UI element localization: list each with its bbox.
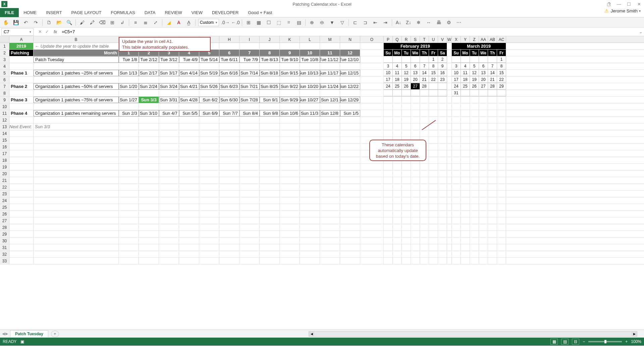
cell[interactable]	[280, 191, 300, 197]
cell[interactable]	[34, 117, 119, 123]
clear-filter-icon[interactable]: ▽	[338, 19, 346, 26]
cell[interactable]	[470, 251, 479, 257]
cal-cell[interactable]	[393, 56, 402, 63]
cell[interactable]	[411, 164, 420, 170]
cell[interactable]	[199, 231, 219, 237]
cell[interactable]	[438, 217, 447, 224]
close-icon[interactable]: ✕	[634, 0, 644, 8]
cell[interactable]	[461, 191, 470, 197]
cell[interactable]	[340, 157, 360, 163]
cell[interactable]	[447, 150, 452, 157]
cell-date[interactable]: Sun 10/6	[280, 110, 300, 116]
cell[interactable]	[452, 184, 461, 190]
cell[interactable]	[393, 170, 402, 177]
cell[interactable]	[402, 244, 411, 251]
cell-phase-label[interactable]	[9, 56, 34, 63]
cell-date[interactable]: Sun 8/25	[260, 83, 280, 90]
cell[interactable]	[300, 123, 320, 130]
cell[interactable]	[139, 170, 159, 177]
row-header-28[interactable]: 28	[0, 224, 9, 231]
cell[interactable]	[34, 251, 119, 257]
cell[interactable]	[219, 258, 239, 264]
cell[interactable]	[447, 217, 452, 224]
cell[interactable]	[429, 224, 438, 231]
border-icon[interactable]: ⊞	[245, 19, 252, 26]
cell[interactable]	[239, 103, 260, 110]
cell[interactable]	[393, 130, 402, 137]
cell[interactable]	[34, 258, 119, 264]
cell[interactable]	[420, 197, 429, 204]
col-header-AA[interactable]: AA	[479, 36, 488, 43]
cell-date[interactable]: Sun 12/15	[340, 70, 360, 76]
cell[interactable]	[429, 164, 438, 170]
cal-cell[interactable]: 24	[384, 83, 393, 90]
cell[interactable]	[219, 170, 239, 177]
cell[interactable]	[360, 231, 384, 237]
cal-cell[interactable]: 14	[420, 70, 429, 76]
cell[interactable]	[402, 123, 411, 130]
cell[interactable]	[139, 130, 159, 137]
cell-date[interactable]: Sun 8/18	[260, 70, 280, 76]
border-style-icon[interactable]: ⌗	[285, 19, 292, 26]
row-header-17[interactable]: 17	[0, 150, 9, 157]
cell[interactable]	[300, 43, 320, 49]
cell[interactable]	[280, 43, 300, 49]
cell-date[interactable]: Sun 2/17	[139, 70, 159, 76]
cell[interactable]	[447, 244, 452, 251]
cal-cell[interactable]: 5	[402, 63, 411, 69]
cell[interactable]	[9, 197, 34, 204]
row-header-8[interactable]: 8	[0, 90, 9, 96]
cell[interactable]	[452, 251, 461, 257]
cell[interactable]	[34, 231, 119, 237]
col-header-Q[interactable]: Q	[393, 36, 402, 43]
cell[interactable]	[429, 258, 438, 264]
cell[interactable]	[402, 110, 411, 116]
number-format-dropdown[interactable]: Custom	[198, 19, 219, 26]
cell[interactable]	[34, 211, 119, 217]
user-account[interactable]: ⚠ Jerome Smith	[604, 8, 641, 13]
cell[interactable]	[360, 50, 384, 56]
cell[interactable]	[219, 204, 239, 210]
cal-cell[interactable]: 5	[470, 63, 479, 69]
brush-icon[interactable]: 🖍	[89, 19, 96, 26]
cell[interactable]	[393, 164, 402, 170]
cell[interactable]	[470, 103, 479, 110]
cell[interactable]	[239, 150, 260, 157]
cell[interactable]	[34, 157, 119, 163]
cell-date[interactable]: Sun 6/23	[219, 83, 239, 90]
cell[interactable]	[320, 164, 340, 170]
cell[interactable]	[488, 231, 497, 237]
cell[interactable]	[497, 177, 506, 184]
cell[interactable]	[139, 103, 159, 110]
cell[interactable]	[384, 184, 393, 190]
row-header-9[interactable]: 9	[0, 97, 9, 103]
cal-cell[interactable]: 26	[402, 83, 411, 90]
cell[interactable]	[320, 224, 340, 231]
cell[interactable]	[119, 177, 139, 184]
cell[interactable]	[260, 63, 280, 69]
cell[interactable]	[447, 238, 452, 244]
cell[interactable]	[461, 184, 470, 190]
cal-cell[interactable]	[420, 90, 429, 96]
cell[interactable]	[488, 197, 497, 204]
cell[interactable]	[340, 217, 360, 224]
cell[interactable]	[384, 217, 393, 224]
cell[interactable]	[479, 197, 488, 204]
cell-date[interactable]: Tue 1/8	[119, 56, 139, 63]
cell[interactable]	[320, 170, 340, 177]
cell[interactable]	[479, 164, 488, 170]
cell[interactable]	[452, 238, 461, 244]
cell[interactable]	[402, 204, 411, 210]
cell[interactable]	[159, 123, 179, 130]
cell[interactable]	[420, 110, 429, 116]
cell[interactable]	[9, 204, 34, 210]
row-header-6[interactable]: 6	[0, 77, 9, 83]
cell[interactable]	[461, 238, 470, 244]
cell[interactable]	[360, 164, 384, 170]
cell[interactable]	[34, 63, 119, 69]
cell[interactable]	[438, 144, 447, 150]
cell[interactable]	[497, 157, 506, 163]
cell[interactable]	[159, 117, 179, 123]
cell[interactable]	[461, 97, 470, 103]
cal-cell[interactable]: 4	[461, 63, 470, 69]
